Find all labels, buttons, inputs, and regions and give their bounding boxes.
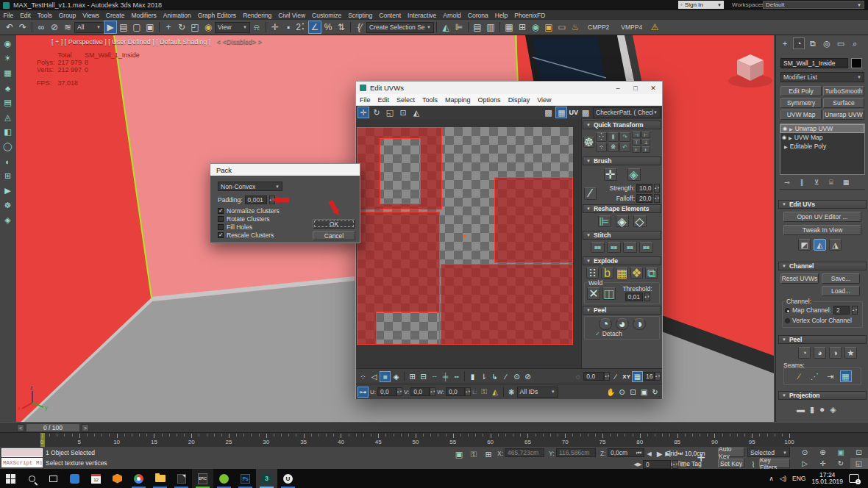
align-top-icon[interactable]: ⊤ [632, 139, 641, 146]
pin-stack-icon[interactable]: ⊸ [783, 178, 791, 187]
taskbar-app-unreal[interactable]: U [277, 469, 299, 488]
stitch-average-icon[interactable]: ◙◙ [623, 242, 637, 253]
menu-item[interactable]: File [0, 12, 17, 19]
flatten-by-group-icon[interactable]: ⁝⁝ [586, 268, 599, 279]
flatten-smoothing-icon[interactable]: ▦ [616, 268, 628, 279]
hide-icon[interactable]: ◭ [490, 387, 501, 398]
tab-display[interactable]: ▭ [835, 37, 847, 49]
uvw-menu-item[interactable]: File [356, 96, 374, 104]
zoom-selected-icon[interactable]: ↻ [650, 387, 661, 398]
align-icon[interactable]: ⊫ [452, 21, 466, 34]
open-uv-editor-button[interactable]: Open UV Editor ... [783, 212, 861, 222]
frame-indicator[interactable]: 0 / 100 [26, 423, 80, 432]
straighten-icon[interactable]: ⊫ [598, 215, 611, 227]
named-selection-dropdown[interactable]: Create Selection Se▼ [366, 22, 434, 33]
cancel-button[interactable]: Cancel [313, 231, 355, 240]
angle-field[interactable]: 0,0 [583, 372, 604, 381]
rotate-angle-icon[interactable]: ◌ [572, 371, 583, 382]
notification-icon[interactable]: 1 [849, 474, 859, 483]
camera-icon[interactable]: ▦ [2, 68, 13, 79]
menu-item[interactable]: Tools [34, 12, 55, 19]
bind-spacewarp-icon[interactable]: ≋ [61, 21, 74, 34]
rollout-channel[interactable]: ▼Channel [778, 262, 867, 270]
center-h-icon[interactable]: ⊦ [632, 146, 641, 153]
freeform-icon[interactable]: ⊡ [397, 107, 409, 118]
language-indicator[interactable]: ENG [792, 475, 805, 482]
keyboard-override-icon[interactable]: ▪ [282, 21, 295, 34]
key-filters-button[interactable]: Key Filters... [759, 459, 790, 468]
rollout-explode[interactable]: ▼Explode [583, 256, 661, 265]
scale-icon[interactable]: ◰ [188, 21, 202, 34]
workspace-dropdown[interactable]: Default▼ [763, 1, 864, 9]
rendered-frame-icon[interactable]: ▭ [555, 21, 569, 34]
menu-item[interactable]: Edit [17, 12, 35, 19]
expand-icon[interactable]: ▶ [789, 126, 793, 132]
zoom-icon[interactable]: ⊙ [796, 447, 814, 458]
w-spinner[interactable]: ▲▼ [465, 387, 471, 396]
scale-icon[interactable]: ◱ [384, 107, 396, 118]
mirror-icon[interactable]: ◭ [410, 107, 422, 118]
pattern-options-icon[interactable]: ▩ [580, 107, 591, 118]
modifier-stack-row[interactable]: ◉ ▶ Unwrap UVW [780, 124, 864, 133]
uvw-maximize-button[interactable]: □ [627, 85, 644, 92]
tab-hierarchy[interactable]: ⧉ [807, 37, 819, 49]
play-icon[interactable]: ▶ [2, 185, 13, 196]
make-unique-icon[interactable]: ⊻ [812, 178, 821, 187]
edit-uvws-titlebar[interactable]: Edit UVWs – □ ✕ [356, 82, 662, 94]
pattern-dropdown[interactable]: CheckerPatt. ( Checker )▼ [593, 107, 661, 118]
align-v-icon[interactable]: ⦀ [608, 132, 619, 142]
menu-item[interactable]: Content [376, 12, 405, 19]
rotate-ccw-icon[interactable]: ↶ [619, 143, 630, 152]
stitch-source-icon[interactable]: ◙◙ [607, 242, 621, 253]
tray-expand-icon[interactable]: ∧ [769, 475, 773, 482]
load-button[interactable]: Load... [822, 286, 860, 296]
modifier-list-dropdown[interactable]: Modifier List▼ [780, 72, 864, 82]
threshold-field[interactable]: 0,01 [625, 293, 643, 301]
checker-tiling-icon[interactable]: ▦ [555, 107, 567, 118]
next-frame-icon[interactable]: ▶▏ [665, 448, 675, 459]
leaf-icon[interactable]: ◧ [2, 126, 13, 137]
uvw-menu-item[interactable]: Edit [374, 96, 394, 104]
selection-lock-region-icon[interactable]: ▣ [453, 448, 465, 460]
modifier-button[interactable]: UVW Map [780, 110, 822, 120]
taskbar-app-chrome[interactable] [128, 469, 149, 488]
column-icon[interactable]: ▮ [467, 371, 478, 382]
section-icon[interactable]: ⊞ [2, 171, 13, 182]
map-channel-radio[interactable] [785, 308, 790, 313]
visibility-eye-icon[interactable]: ◉ [783, 126, 787, 132]
flatten-material-icon[interactable]: ❖ [630, 268, 643, 279]
y-coord-field[interactable]: 116,586cm [556, 448, 596, 457]
planar-projection-icon[interactable]: ▬ [797, 405, 805, 414]
percent-snap-icon[interactable]: % [321, 21, 335, 34]
spinner-snap-icon[interactable]: ⇅ [335, 21, 348, 34]
grid-snap-icon[interactable]: ▦ [632, 371, 643, 382]
map-channel-spinner[interactable]: ▲▼ [852, 306, 858, 315]
task-view-icon[interactable] [43, 469, 64, 488]
uv-mode-1-icon[interactable]: ◩ [798, 239, 811, 251]
ring-icon[interactable]: ╍ [451, 371, 462, 382]
map-channel-field[interactable]: 2 [833, 306, 850, 315]
stitch-target-icon[interactable]: ◙◙ [639, 242, 653, 253]
tweak-in-view-button[interactable]: Tweak In View [783, 225, 861, 235]
rollout-peel[interactable]: ▼Peel [778, 335, 867, 344]
volume-icon[interactable]: ◁) [780, 475, 786, 482]
padding-field[interactable]: 0,001 [245, 195, 267, 204]
move-icon[interactable]: + [162, 21, 175, 34]
shrink-selection-icon[interactable]: ⊟ [418, 371, 429, 382]
cylindrical-projection-icon[interactable]: ▮ [810, 405, 814, 415]
view-dropdown[interactable]: View▼ [215, 22, 250, 33]
fov-icon[interactable]: ▷ [796, 458, 814, 469]
stitch-custom-icon[interactable]: ◙◙ [591, 242, 605, 253]
maximize-viewport-icon[interactable]: ◱ [850, 458, 868, 469]
pan-icon[interactable]: ✛ [814, 458, 832, 469]
grow-selection-icon[interactable]: ⊞ [407, 371, 418, 382]
gear-icon[interactable]: ☸ [583, 137, 594, 148]
edit-seams-icon[interactable]: ∕ [794, 370, 805, 382]
uv-island[interactable] [357, 127, 442, 138]
menu-item[interactable]: Create [102, 12, 128, 19]
uv-mode-3-icon[interactable]: ◮ [829, 239, 842, 251]
v-field[interactable]: 0,0 [410, 387, 430, 396]
strength-spinner[interactable]: ▲▼ [654, 184, 660, 193]
move-brush-icon[interactable]: ✛ [604, 168, 617, 181]
save-button[interactable]: Save... [822, 273, 860, 284]
